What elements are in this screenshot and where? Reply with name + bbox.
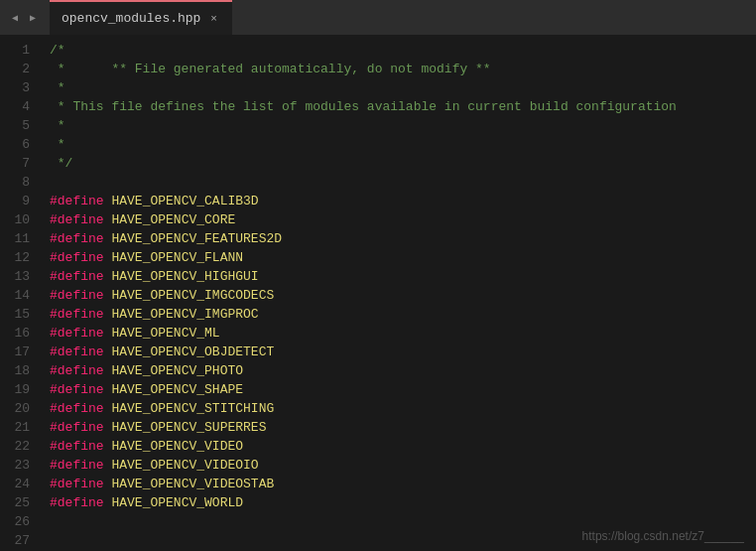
macro-value: HAVE_OPENCV_SHAPE bbox=[111, 382, 243, 397]
line-number: 16 bbox=[10, 324, 30, 343]
line-number: 23 bbox=[10, 456, 30, 475]
line-number: 22 bbox=[10, 437, 30, 456]
define-keyword: #define bbox=[50, 495, 104, 510]
comment-text: * bbox=[50, 118, 65, 133]
define-keyword: #define bbox=[50, 194, 104, 208]
code-line: #define HAVE_OPENCV_ML bbox=[50, 324, 746, 343]
titlebar: ◀ ▶ opencv_modules.hpp × bbox=[0, 0, 756, 35]
define-keyword: #define bbox=[50, 363, 104, 378]
code-line: #define HAVE_OPENCV_SHAPE bbox=[50, 380, 746, 399]
line-number: 13 bbox=[10, 267, 30, 286]
back-arrow-icon[interactable]: ◀ bbox=[8, 11, 22, 25]
code-line: #define HAVE_OPENCV_FLANN bbox=[50, 248, 746, 267]
code-line: * ** File generated automatically, do no… bbox=[50, 60, 746, 78]
macro-value: HAVE_OPENCV_HIGHGUI bbox=[111, 269, 258, 284]
macro-value: HAVE_OPENCV_PHOTO bbox=[111, 363, 243, 378]
code-line: #define HAVE_OPENCV_STITCHING bbox=[50, 399, 746, 418]
code-line: #define HAVE_OPENCV_IMGCODECS bbox=[50, 286, 746, 305]
code-line: #define HAVE_OPENCV_VIDEO bbox=[50, 437, 746, 456]
macro-value: HAVE_OPENCV_STITCHING bbox=[111, 401, 274, 416]
comment-text: * This file defines the list of modules … bbox=[50, 99, 677, 114]
line-number: 2 bbox=[10, 60, 30, 78]
forward-arrow-icon[interactable]: ▶ bbox=[26, 11, 40, 25]
define-keyword: #define bbox=[50, 326, 104, 341]
code-line: #define HAVE_OPENCV_WORLD bbox=[50, 493, 746, 512]
macro-value: HAVE_OPENCV_VIDEO bbox=[111, 439, 243, 454]
code-line: */ bbox=[50, 154, 746, 173]
line-number: 15 bbox=[10, 305, 30, 324]
code-line: * bbox=[50, 116, 746, 135]
define-keyword: #define bbox=[50, 382, 104, 397]
code-line: #define HAVE_OPENCV_CORE bbox=[50, 210, 746, 229]
define-keyword: #define bbox=[50, 212, 104, 227]
line-number: 19 bbox=[10, 380, 30, 399]
line-number: 6 bbox=[10, 135, 30, 154]
line-number: 11 bbox=[10, 229, 30, 248]
code-line: * bbox=[50, 135, 746, 154]
line-number: 25 bbox=[10, 493, 30, 512]
macro-value: HAVE_OPENCV_VIDEOIO bbox=[111, 458, 258, 473]
macro-value: HAVE_OPENCV_ML bbox=[111, 326, 219, 341]
editor-area: 1234567891011121314151617181920212223242… bbox=[0, 35, 756, 551]
line-number: 27 bbox=[10, 531, 30, 550]
define-keyword: #define bbox=[50, 250, 104, 265]
define-keyword: #define bbox=[50, 458, 104, 473]
code-content[interactable]: /* * ** File generated automatically, do… bbox=[40, 35, 756, 551]
code-line: #define HAVE_OPENCV_IMGPROC bbox=[50, 305, 746, 324]
define-keyword: #define bbox=[50, 344, 104, 359]
macro-value: HAVE_OPENCV_FLANN bbox=[111, 250, 243, 265]
macro-value: HAVE_OPENCV_CALIB3D bbox=[111, 194, 258, 208]
line-number: 9 bbox=[10, 192, 30, 210]
line-number: 5 bbox=[10, 116, 30, 135]
code-line: * bbox=[50, 78, 746, 97]
macro-value: HAVE_OPENCV_WORLD bbox=[111, 495, 243, 510]
line-numbers: 1234567891011121314151617181920212223242… bbox=[0, 35, 40, 551]
define-keyword: #define bbox=[50, 231, 104, 246]
macro-value: HAVE_OPENCV_IMGCODECS bbox=[111, 288, 274, 303]
comment-text: * bbox=[50, 80, 65, 95]
macro-value: HAVE_OPENCV_CORE bbox=[111, 212, 235, 227]
line-number: 1 bbox=[10, 41, 30, 60]
tab-close-button[interactable]: × bbox=[206, 12, 220, 26]
line-number: 14 bbox=[10, 286, 30, 305]
define-keyword: #define bbox=[50, 439, 104, 454]
line-number: 12 bbox=[10, 248, 30, 267]
code-line: #define HAVE_OPENCV_VIDEOSTAB bbox=[50, 475, 746, 493]
line-number: 18 bbox=[10, 361, 30, 380]
define-keyword: #define bbox=[50, 420, 104, 435]
line-number: 3 bbox=[10, 78, 30, 97]
comment-text: * bbox=[50, 137, 65, 152]
line-number: 17 bbox=[10, 343, 30, 361]
line-number: 21 bbox=[10, 418, 30, 437]
code-line: #define HAVE_OPENCV_PHOTO bbox=[50, 361, 746, 380]
define-keyword: #define bbox=[50, 269, 104, 284]
code-line: #define HAVE_OPENCV_SUPERRES bbox=[50, 418, 746, 437]
define-keyword: #define bbox=[50, 288, 104, 303]
macro-value: HAVE_OPENCV_IMGPROC bbox=[111, 307, 258, 322]
comment-text: * ** File generated automatically, do no… bbox=[50, 62, 491, 76]
define-keyword: #define bbox=[50, 401, 104, 416]
titlebar-arrows: ◀ ▶ bbox=[8, 11, 40, 25]
code-line: #define HAVE_OPENCV_CALIB3D bbox=[50, 192, 746, 210]
line-number: 26 bbox=[10, 512, 30, 531]
macro-value: HAVE_OPENCV_VIDEOSTAB bbox=[111, 477, 274, 491]
define-keyword: #define bbox=[50, 307, 104, 322]
define-keyword: #define bbox=[50, 477, 104, 491]
macro-value: HAVE_OPENCV_OBJDETECT bbox=[111, 344, 274, 359]
file-tab[interactable]: opencv_modules.hpp × bbox=[50, 0, 232, 35]
code-line: /* bbox=[50, 41, 746, 60]
line-number: 7 bbox=[10, 154, 30, 173]
code-line: * This file defines the list of modules … bbox=[50, 97, 746, 116]
line-number: 8 bbox=[10, 173, 30, 192]
macro-value: HAVE_OPENCV_FEATURES2D bbox=[111, 231, 282, 246]
code-line: #define HAVE_OPENCV_FEATURES2D bbox=[50, 229, 746, 248]
line-number: 10 bbox=[10, 210, 30, 229]
comment-text: /* bbox=[50, 43, 65, 58]
line-number: 24 bbox=[10, 475, 30, 493]
comment-text: */ bbox=[50, 156, 72, 171]
code-line: #define HAVE_OPENCV_VIDEOIO bbox=[50, 456, 746, 475]
code-line bbox=[50, 173, 746, 192]
tab-filename: opencv_modules.hpp bbox=[62, 11, 200, 26]
macro-value: HAVE_OPENCV_SUPERRES bbox=[111, 420, 266, 435]
line-number: 20 bbox=[10, 399, 30, 418]
